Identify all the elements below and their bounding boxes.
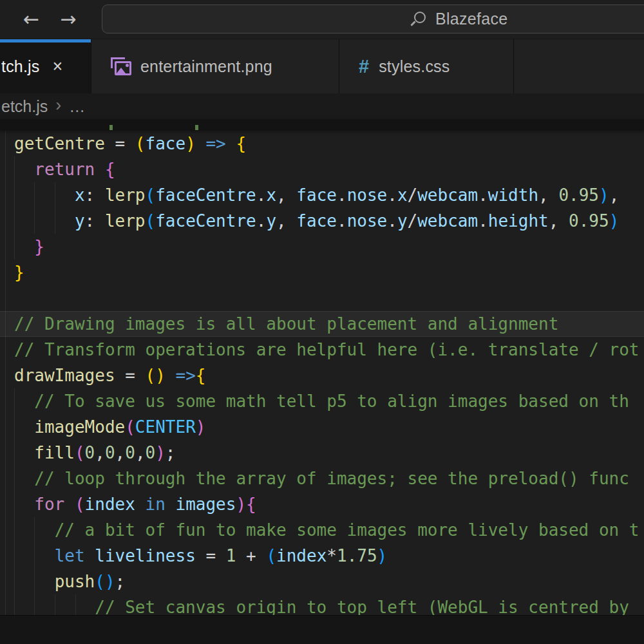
chevron-right-icon: › xyxy=(55,95,61,115)
code-line[interactable]: imageMode(CENTER) xyxy=(0,414,644,440)
code-line[interactable] xyxy=(0,285,644,311)
breadcrumb: etch.js › … xyxy=(0,93,644,119)
tab-sketch-js[interactable]: tch.js × xyxy=(0,39,91,93)
code-line[interactable]: x: lerp(faceCentre.x, face.nose.x/webcam… xyxy=(0,182,644,208)
code-line[interactable]: y: lerp(faceCentre.y, face.nose.y/webcam… xyxy=(0,208,644,234)
code-line[interactable]: getCentre = (face) => { xyxy=(0,131,644,156)
tab-bar: tch.js × entertainment.png # styles.css xyxy=(0,39,644,93)
code-line[interactable]: let liveliness = 1 + (index*1.75) xyxy=(0,543,644,569)
code-line[interactable]: // To save us some math tell p5 to align… xyxy=(0,388,644,414)
code-line[interactable]: return { xyxy=(0,156,644,182)
clipped-glyph-fragment xyxy=(195,125,198,130)
title-bar: ← → Blazeface xyxy=(0,0,644,39)
active-tab-indicator xyxy=(0,39,91,43)
breadcrumb-file[interactable]: etch.js xyxy=(1,97,48,116)
clipped-glyph-fragment xyxy=(109,125,113,130)
nav-arrows: ← → xyxy=(0,10,76,29)
code-line[interactable]: // a bit of fun to make some images more… xyxy=(0,517,644,543)
css-hash-icon: # xyxy=(359,56,369,77)
code-line[interactable]: // Drawing images is all about placement… xyxy=(0,311,644,337)
tab-bar-empty-space xyxy=(514,39,644,93)
tab-entertainment-png[interactable]: entertainment.png xyxy=(91,39,339,93)
command-center-content: Blazeface xyxy=(410,5,508,33)
window-title: Blazeface xyxy=(435,10,508,28)
back-arrow-icon[interactable]: ← xyxy=(23,10,39,29)
code-line[interactable]: // Transform operations are helpful here… xyxy=(0,337,644,363)
tab-label: tch.js xyxy=(1,57,40,76)
code-editor[interactable]: getCentre = (face) => { return { x: lerp… xyxy=(0,119,644,644)
breadcrumb-symbol-ellipsis[interactable]: … xyxy=(69,97,85,116)
code-line[interactable]: } xyxy=(0,260,644,285)
vscode-window: { "titlebar": { "back_icon": "←", "forwa… xyxy=(0,0,644,644)
tab-label: entertainment.png xyxy=(140,57,272,76)
editor-bottom-panel-edge xyxy=(0,615,644,644)
forward-arrow-icon[interactable]: → xyxy=(60,10,76,29)
tab-styles-css[interactable]: # styles.css xyxy=(339,39,514,93)
command-center-search-box[interactable]: Blazeface xyxy=(102,5,644,33)
code-line[interactable]: for (index in images){ xyxy=(0,491,644,517)
code-line[interactable]: drawImages = () =>{ xyxy=(0,363,644,388)
close-icon[interactable]: × xyxy=(53,58,63,75)
code-line[interactable]: // loop through the array of images; see… xyxy=(0,466,644,491)
code-line[interactable]: } xyxy=(0,234,644,260)
tab-label: styles.css xyxy=(379,57,450,76)
code-area: getCentre = (face) => { return { x: lerp… xyxy=(0,131,644,620)
clipped-code-line xyxy=(0,119,644,131)
code-line[interactable]: fill(0,0,0,0); xyxy=(0,440,644,466)
search-icon xyxy=(410,11,426,27)
image-icon xyxy=(111,57,131,75)
code-line[interactable]: push(); xyxy=(0,569,644,594)
